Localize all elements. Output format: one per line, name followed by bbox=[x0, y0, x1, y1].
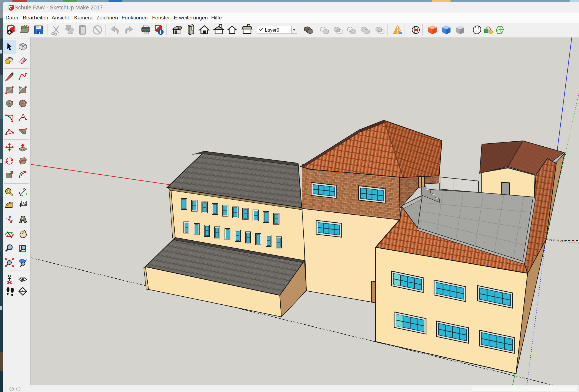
svg-text:Layer0: Layer0 bbox=[265, 27, 279, 33]
svg-text:A-5: A-5 bbox=[21, 292, 24, 295]
svg-text:C: C bbox=[22, 288, 24, 291]
svg-text:3: 3 bbox=[22, 187, 24, 191]
svg-text:?: ? bbox=[11, 387, 13, 391]
svg-text:A1: A1 bbox=[22, 202, 27, 205]
